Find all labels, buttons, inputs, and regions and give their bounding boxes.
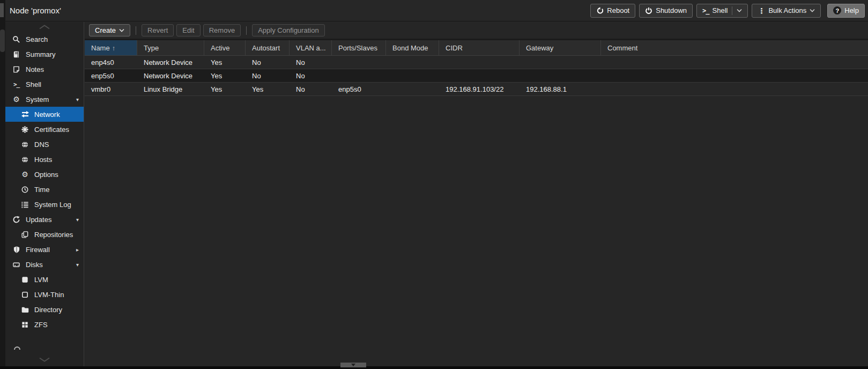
expand-arrow-icon[interactable]: ▾ [76, 217, 79, 223]
sidebar-item-label: DNS [34, 141, 49, 149]
cell-bond-mode [386, 56, 439, 69]
sidebar-item-updates[interactable]: Updates ▾ [5, 212, 84, 227]
gears-icon: ⚙ [12, 95, 21, 103]
list-icon [20, 201, 29, 209]
panel-handle[interactable] [0, 3, 4, 17]
gear-icon: ⚙ [20, 171, 29, 178]
sidebar-item-certificates[interactable]: Certificates [5, 122, 84, 137]
sidebar-item-label: Updates [26, 216, 51, 224]
cell-comment [601, 83, 868, 95]
edit-button[interactable]: Edit [176, 24, 200, 36]
shutdown-label: Shutdown [656, 6, 687, 14]
apply-configuration-button[interactable]: Apply Configuration [252, 24, 324, 36]
column-header-comment[interactable]: Comment [601, 40, 868, 55]
reboot-label: Reboot [607, 6, 629, 14]
table-row[interactable]: vmbr0 Linux Bridge Yes Yes No enp5s0 192… [85, 83, 868, 96]
sidebar-item-search[interactable]: Search [5, 32, 84, 47]
sidebar-item-zfs[interactable]: ZFS [5, 317, 84, 332]
sidebar-item-label: Shell [26, 80, 41, 88]
sidebar-item-firewall[interactable]: Firewall ▸ [5, 242, 84, 257]
edit-label: Edit [182, 26, 194, 34]
cell-gateway [520, 56, 601, 69]
sidebar-item-network[interactable]: Network [5, 107, 84, 122]
terminal-icon: >_ [702, 7, 709, 14]
partially-visible-item [14, 346, 20, 350]
copy-pages-icon [20, 231, 29, 239]
cell-cidr [439, 69, 520, 82]
bulk-actions-button[interactable]: ⋮ Bulk Actions [752, 4, 821, 18]
scroll-down-button[interactable] [340, 363, 366, 367]
expand-arrow-icon[interactable]: ▾ [76, 262, 79, 268]
sort-ascending-icon: ↑ [112, 44, 116, 52]
column-header-type[interactable]: Type [137, 40, 204, 55]
sidebar-item-summary[interactable]: Summary [5, 47, 84, 62]
shell-button[interactable]: >_ Shell [696, 4, 748, 18]
column-header-active[interactable]: Active [204, 40, 246, 55]
column-header-cidr[interactable]: CIDR [439, 40, 520, 55]
create-button[interactable]: Create [89, 24, 130, 36]
sidebar-item-system[interactable]: ⚙ System ▾ [5, 92, 84, 107]
globe-icon [20, 156, 29, 164]
sidebar-item-label: System [26, 95, 49, 104]
sidebar-item-system-log[interactable]: System Log [5, 197, 84, 212]
sidebar-item-label: Network [34, 110, 60, 119]
sidebar-item-lvm[interactable]: LVM [5, 272, 84, 287]
shield-icon [12, 246, 21, 254]
proxmox-app: Node 'promox' Reboot Shutdown >_ Shell [0, 0, 868, 369]
sidebar-item-label: System Log [34, 201, 71, 209]
panel-scrollbar-thumb[interactable] [0, 29, 5, 52]
column-label: Ports/Slaves [338, 44, 377, 52]
expand-arrow-icon[interactable]: ▾ [76, 97, 79, 102]
sidebar-item-lvm-thin[interactable]: LVM-Thin [5, 287, 84, 302]
sidebar-item-directory[interactable]: Directory [5, 302, 84, 317]
cell-name: enp4s0 [85, 56, 137, 69]
help-button[interactable]: ? Help [827, 4, 865, 18]
cell-autostart: Yes [246, 83, 290, 95]
column-label: Bond Mode [392, 44, 428, 52]
chevron-down-icon[interactable] [737, 9, 742, 12]
clock-icon [20, 186, 29, 194]
cell-cidr [439, 56, 520, 69]
table-row[interactable]: enp4s0 Network Device Yes No No [85, 56, 868, 69]
sidebar-item-disks[interactable]: Disks ▾ [5, 257, 84, 272]
network-panel: Create Revert Edit Remove Apply Configur… [85, 22, 868, 366]
refresh-icon [12, 216, 21, 224]
bottom-edge-bar [0, 366, 868, 369]
page-title: Node 'promox' [5, 6, 61, 15]
bulk-actions-label: Bulk Actions [768, 6, 806, 14]
sidebar-item-hosts[interactable]: Hosts [5, 152, 84, 167]
shutdown-button[interactable]: Shutdown [639, 4, 693, 18]
column-header-ports-slaves[interactable]: Ports/Slaves [332, 40, 386, 55]
column-header-bond-mode[interactable]: Bond Mode [386, 40, 439, 55]
scroll-up-icon[interactable] [39, 25, 50, 29]
reboot-button[interactable]: Reboot [590, 4, 635, 18]
certificate-icon [20, 126, 29, 134]
sidebar-item-options[interactable]: ⚙ Options [5, 167, 84, 182]
sidebar-item-notes[interactable]: Notes [5, 62, 84, 77]
column-header-vlan-aware[interactable]: VLAN a... [290, 40, 332, 55]
reboot-icon [596, 7, 604, 14]
sidebar-item-label: Search [26, 35, 48, 43]
sidebar-item-dns[interactable]: DNS [5, 137, 84, 152]
table-row[interactable]: enp5s0 Network Device Yes No No [85, 69, 868, 83]
collapse-arrow-icon[interactable]: ▸ [76, 247, 79, 253]
column-header-name[interactable]: Name ↑ [85, 40, 137, 55]
network-arrows-icon [20, 110, 29, 118]
column-header-autostart[interactable]: Autostart [246, 40, 290, 55]
sidebar-item-time[interactable]: Time [5, 182, 84, 197]
cell-ports-slaves: enp5s0 [332, 83, 386, 95]
sidebar-item-shell[interactable]: >_ Shell [5, 77, 84, 92]
remove-button[interactable]: Remove [203, 24, 241, 36]
collapsed-tree-panel[interactable] [0, 0, 5, 369]
cell-bond-mode [386, 69, 439, 82]
revert-button[interactable]: Revert [142, 24, 174, 36]
cell-gateway: 192.168.88.1 [520, 83, 601, 95]
folder-icon [20, 306, 29, 314]
column-header-gateway[interactable]: Gateway [520, 40, 601, 55]
sidebar-item-label: Certificates [34, 126, 69, 134]
sidebar-item-repositories[interactable]: Repositories [5, 227, 84, 242]
network-toolbar: Create Revert Edit Remove Apply Configur… [85, 22, 868, 39]
sidebar-item-label: LVM-Thin [34, 291, 64, 299]
scroll-down-icon[interactable] [39, 357, 50, 362]
column-label: Autostart [252, 44, 280, 52]
